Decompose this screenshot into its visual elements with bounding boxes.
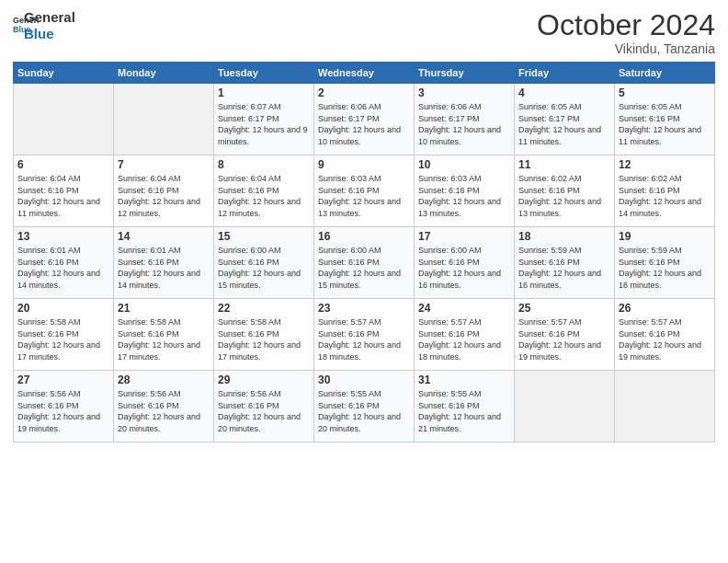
daylight-text: Daylight: 12 hours and 17 minutes.: [17, 340, 100, 362]
calendar-cell: 24 Sunrise: 5:57 AM Sunset: 6:16 PM Dayl…: [415, 299, 515, 371]
calendar-week-row: 6 Sunrise: 6:04 AM Sunset: 6:16 PM Dayli…: [14, 155, 715, 227]
day-info: Sunrise: 6:00 AM Sunset: 6:16 PM Dayligh…: [218, 245, 310, 291]
sunrise-text: Sunrise: 6:00 AM: [318, 246, 381, 255]
daylight-text: Daylight: 12 hours and 16 minutes.: [619, 269, 701, 290]
calendar-cell: 6 Sunrise: 6:04 AM Sunset: 6:16 PM Dayli…: [14, 155, 114, 227]
day-number: 20: [17, 302, 109, 315]
logo-blue: Blue: [24, 26, 75, 42]
sunset-text: Sunset: 6:16 PM: [17, 401, 79, 410]
day-info: Sunrise: 6:03 AM Sunset: 6:16 PM Dayligh…: [418, 173, 510, 219]
calendar-cell: 1 Sunrise: 6:07 AM Sunset: 6:17 PM Dayli…: [214, 84, 314, 155]
sunrise-text: Sunrise: 5:55 AM: [418, 389, 482, 398]
day-number: 13: [17, 230, 109, 243]
header-monday: Monday: [114, 63, 214, 84]
calendar-cell: 21 Sunrise: 5:58 AM Sunset: 6:16 PM Dayl…: [114, 299, 214, 371]
day-info: Sunrise: 5:59 AM Sunset: 6:16 PM Dayligh…: [619, 245, 711, 291]
calendar-cell: 15 Sunrise: 6:00 AM Sunset: 6:16 PM Dayl…: [214, 227, 314, 299]
header-saturday: Saturday: [615, 63, 715, 84]
sunrise-text: Sunrise: 5:58 AM: [17, 317, 81, 327]
day-info: Sunrise: 5:58 AM Sunset: 6:16 PM Dayligh…: [218, 316, 310, 362]
sunrise-text: Sunrise: 5:59 AM: [619, 246, 682, 255]
calendar-cell: 26 Sunrise: 5:57 AM Sunset: 6:16 PM Dayl…: [615, 299, 715, 371]
day-info: Sunrise: 6:06 AM Sunset: 6:17 PM Dayligh…: [318, 101, 410, 147]
calendar-week-row: 20 Sunrise: 5:58 AM Sunset: 6:16 PM Dayl…: [14, 299, 715, 371]
calendar-cell: 29 Sunrise: 5:56 AM Sunset: 6:16 PM Dayl…: [214, 371, 314, 442]
daylight-text: Daylight: 12 hours and 15 minutes.: [318, 269, 401, 290]
day-info: Sunrise: 6:00 AM Sunset: 6:16 PM Dayligh…: [318, 245, 410, 291]
sunset-text: Sunset: 6:16 PM: [318, 258, 380, 267]
sunset-text: Sunset: 6:16 PM: [518, 329, 580, 339]
calendar-cell: 11 Sunrise: 6:02 AM Sunset: 6:16 PM Dayl…: [515, 155, 615, 227]
day-number: 14: [118, 230, 210, 243]
calendar-container: General Blue General Blue October 2024 V…: [0, 0, 728, 563]
sunset-text: Sunset: 6:16 PM: [518, 258, 580, 267]
sunset-text: Sunset: 6:17 PM: [518, 114, 580, 123]
day-info: Sunrise: 6:04 AM Sunset: 6:16 PM Dayligh…: [218, 173, 310, 219]
calendar-cell: [615, 371, 715, 442]
day-number: 17: [418, 230, 510, 243]
daylight-text: Daylight: 12 hours and 16 minutes.: [518, 269, 601, 290]
calendar-header: General Blue General Blue October 2024 V…: [13, 9, 715, 56]
daylight-text: Daylight: 12 hours and 14 minutes.: [17, 269, 100, 290]
daylight-text: Daylight: 12 hours and 13 minutes.: [418, 197, 501, 218]
sunrise-text: Sunrise: 5:57 AM: [418, 317, 482, 327]
calendar-cell: 12 Sunrise: 6:02 AM Sunset: 6:16 PM Dayl…: [615, 155, 715, 227]
calendar-cell: 14 Sunrise: 6:01 AM Sunset: 6:16 PM Dayl…: [114, 227, 214, 299]
calendar-cell: 5 Sunrise: 6:05 AM Sunset: 6:16 PM Dayli…: [615, 84, 715, 155]
calendar-week-row: 13 Sunrise: 6:01 AM Sunset: 6:16 PM Dayl…: [14, 227, 715, 299]
day-number: 26: [619, 302, 711, 315]
sunrise-text: Sunrise: 5:56 AM: [118, 389, 181, 398]
day-number: 31: [418, 373, 510, 386]
calendar-cell: 18 Sunrise: 5:59 AM Sunset: 6:16 PM Dayl…: [515, 227, 615, 299]
day-number: 5: [619, 86, 711, 99]
day-number: 23: [318, 302, 410, 315]
sunset-text: Sunset: 6:17 PM: [318, 114, 380, 123]
day-number: 3: [418, 86, 510, 99]
day-number: 4: [518, 86, 610, 99]
day-number: 9: [318, 158, 410, 171]
day-info: Sunrise: 6:01 AM Sunset: 6:16 PM Dayligh…: [118, 245, 210, 291]
day-info: Sunrise: 5:57 AM Sunset: 6:16 PM Dayligh…: [619, 316, 711, 362]
daylight-text: Daylight: 12 hours and 11 minutes.: [17, 197, 100, 218]
logo-general: General: [24, 9, 75, 26]
calendar-table: Sunday Monday Tuesday Wednesday Thursday…: [13, 62, 715, 442]
calendar-cell: 25 Sunrise: 5:57 AM Sunset: 6:16 PM Dayl…: [515, 299, 615, 371]
sunrise-text: Sunrise: 5:55 AM: [318, 389, 381, 398]
day-info: Sunrise: 5:58 AM Sunset: 6:16 PM Dayligh…: [17, 316, 109, 362]
calendar-cell: 2 Sunrise: 6:06 AM Sunset: 6:17 PM Dayli…: [314, 84, 415, 155]
daylight-text: Daylight: 12 hours and 19 minutes.: [518, 340, 601, 362]
sunset-text: Sunset: 6:16 PM: [418, 258, 480, 267]
sunset-text: Sunset: 6:16 PM: [17, 329, 79, 339]
day-number: 7: [118, 158, 210, 171]
day-info: Sunrise: 5:59 AM Sunset: 6:16 PM Dayligh…: [518, 245, 610, 291]
calendar-cell: [14, 84, 114, 155]
daylight-text: Daylight: 12 hours and 19 minutes.: [619, 340, 701, 362]
sunset-text: Sunset: 6:16 PM: [418, 329, 480, 339]
daylight-text: Daylight: 12 hours and 12 minutes.: [218, 197, 301, 218]
calendar-cell: 27 Sunrise: 5:56 AM Sunset: 6:16 PM Dayl…: [14, 371, 114, 442]
daylight-text: Daylight: 12 hours and 17 minutes.: [118, 340, 200, 362]
calendar-cell: 7 Sunrise: 6:04 AM Sunset: 6:16 PM Dayli…: [114, 155, 214, 227]
sunrise-text: Sunrise: 5:58 AM: [218, 317, 281, 327]
sunrise-text: Sunrise: 5:56 AM: [218, 389, 281, 398]
calendar-cell: [114, 84, 214, 155]
sunrise-text: Sunrise: 6:05 AM: [619, 102, 682, 111]
sunset-text: Sunset: 6:16 PM: [17, 186, 79, 195]
day-info: Sunrise: 5:56 AM Sunset: 6:16 PM Dayligh…: [218, 388, 310, 434]
daylight-text: Daylight: 12 hours and 9 minutes.: [218, 125, 308, 146]
daylight-text: Daylight: 12 hours and 16 minutes.: [418, 269, 501, 290]
sunrise-text: Sunrise: 6:01 AM: [118, 246, 181, 255]
title-block: October 2024 Vikindu, Tanzania: [537, 9, 715, 56]
day-info: Sunrise: 6:01 AM Sunset: 6:16 PM Dayligh…: [17, 245, 109, 291]
sunset-text: Sunset: 6:16 PM: [218, 329, 279, 339]
day-info: Sunrise: 6:06 AM Sunset: 6:17 PM Dayligh…: [418, 101, 510, 147]
sunrise-text: Sunrise: 6:04 AM: [218, 174, 281, 183]
location-subtitle: Vikindu, Tanzania: [537, 41, 715, 56]
daylight-text: Daylight: 12 hours and 20 minutes.: [218, 412, 301, 433]
daylight-text: Daylight: 12 hours and 11 minutes.: [619, 125, 701, 146]
sunset-text: Sunset: 6:16 PM: [118, 401, 179, 410]
daylight-text: Daylight: 12 hours and 20 minutes.: [318, 412, 401, 433]
sunrise-text: Sunrise: 6:06 AM: [318, 102, 381, 111]
sunrise-text: Sunrise: 5:57 AM: [518, 317, 582, 327]
sunrise-text: Sunrise: 6:04 AM: [118, 174, 181, 183]
